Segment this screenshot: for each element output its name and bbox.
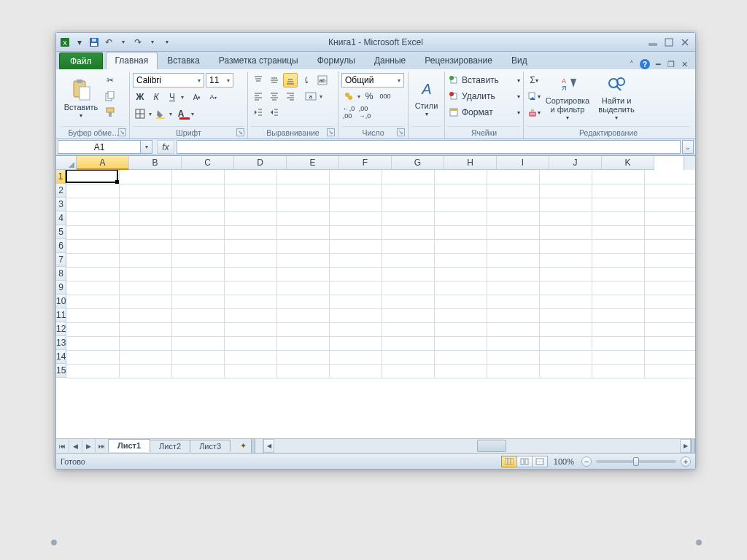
insert-cells-button[interactable]: Вставить▾ — [448, 73, 521, 88]
column-header[interactable]: F — [339, 156, 392, 170]
formula-expand-icon[interactable]: ⌄ — [682, 140, 694, 154]
sheet-nav-first-icon[interactable]: ⏮ — [56, 439, 69, 453]
number-dialog-icon[interactable]: ↘ — [397, 128, 405, 136]
formula-input[interactable] — [177, 140, 681, 154]
row-header[interactable]: 6 — [56, 239, 66, 253]
font-name-select[interactable]: Calibri▾ — [133, 73, 204, 88]
column-header[interactable]: B — [129, 156, 182, 170]
sheet-tab[interactable]: Лист1 — [108, 439, 150, 452]
column-header[interactable]: C — [182, 156, 234, 170]
row-header[interactable]: 4 — [56, 211, 66, 225]
orientation-icon[interactable]: ⤹ — [299, 73, 314, 88]
help-icon[interactable]: ? — [640, 59, 650, 69]
row-header[interactable]: 1 — [56, 170, 66, 184]
view-normal-icon[interactable] — [501, 456, 517, 467]
tab-formulas[interactable]: Формулы — [308, 52, 365, 69]
autosum-icon[interactable]: Σ▾ — [527, 73, 541, 88]
align-left-icon[interactable] — [251, 89, 266, 104]
grow-font-icon[interactable]: A▴ — [190, 90, 204, 104]
row-header[interactable]: 3 — [56, 198, 66, 211]
control-menu-caret[interactable]: ▾ — [74, 36, 85, 48]
clipboard-dialog-icon[interactable]: ↘ — [118, 128, 126, 136]
row-header[interactable]: 10 — [56, 295, 66, 308]
horizontal-scrollbar[interactable]: ◀ ▶ — [263, 439, 691, 453]
copy-icon[interactable] — [103, 89, 117, 104]
redo-caret[interactable]: ▾ — [147, 36, 158, 48]
row-header[interactable]: 5 — [56, 225, 66, 239]
alignment-dialog-icon[interactable]: ↘ — [327, 128, 335, 136]
close-icon[interactable] — [679, 36, 691, 48]
sort-filter-button[interactable]: АЯ Сортировка и фильтр▾ — [543, 73, 592, 124]
zoom-in-icon[interactable]: + — [681, 456, 691, 467]
number-format-select[interactable]: Общий▾ — [341, 73, 404, 88]
clear-icon[interactable]: ▾ — [527, 105, 541, 120]
cut-icon[interactable]: ✂ — [103, 73, 117, 88]
minimize-icon[interactable] — [647, 36, 659, 48]
styles-button[interactable]: A Стили ▾ — [411, 73, 441, 124]
find-select-button[interactable]: Найти и выделить▾ — [594, 73, 639, 124]
row-header[interactable]: 9 — [56, 281, 66, 295]
increase-decimal-icon[interactable]: ←,0,00 — [341, 105, 356, 120]
delete-cells-button[interactable]: Удалить▾ — [448, 89, 521, 104]
select-all-corner[interactable] — [56, 156, 77, 170]
workbook-restore-icon[interactable]: ❐ — [666, 59, 676, 69]
scroll-right-icon[interactable]: ▶ — [680, 439, 691, 453]
column-header[interactable]: H — [444, 156, 497, 170]
align-right-icon[interactable] — [283, 89, 298, 104]
align-bottom-icon[interactable] — [283, 73, 298, 88]
currency-icon[interactable] — [341, 89, 356, 104]
redo-icon[interactable]: ↷ — [132, 36, 144, 48]
scroll-left-icon[interactable]: ◀ — [263, 439, 274, 453]
fill-color-icon[interactable] — [153, 106, 168, 121]
workbook-minimize-icon[interactable]: ━ — [653, 59, 663, 69]
comma-style-icon[interactable]: 000 — [378, 89, 392, 104]
tab-file[interactable]: Файл — [59, 52, 103, 69]
zoom-percent[interactable]: 100% — [554, 457, 574, 466]
undo-caret[interactable]: ▾ — [117, 36, 129, 48]
fill-icon[interactable]: ▾ — [527, 89, 541, 104]
name-box[interactable]: A1 — [58, 140, 141, 154]
tab-insert[interactable]: Вставка — [158, 52, 209, 69]
wrap-text-icon[interactable]: ab — [315, 73, 330, 88]
underline-button[interactable]: Ч — [165, 90, 179, 104]
format-cells-button[interactable]: Формат▾ — [448, 105, 521, 120]
row-header[interactable]: 15 — [56, 364, 66, 378]
column-header[interactable]: D — [234, 156, 287, 170]
borders-icon[interactable] — [133, 106, 147, 121]
tab-data[interactable]: Данные — [365, 52, 415, 69]
fx-button[interactable]: fx — [157, 140, 174, 154]
sheet-nav-last-icon[interactable]: ⏭ — [96, 439, 109, 453]
column-header[interactable]: J — [549, 156, 602, 170]
align-center-icon[interactable] — [267, 89, 282, 104]
name-box-caret[interactable]: ▾ — [141, 140, 152, 154]
sheet-nav-next-icon[interactable]: ▶ — [82, 439, 96, 453]
column-header[interactable]: G — [392, 156, 444, 170]
decrease-indent-icon[interactable] — [251, 105, 266, 120]
decrease-decimal-icon[interactable]: ,00→,0 — [357, 105, 372, 120]
row-header[interactable]: 8 — [56, 267, 66, 281]
qat-customize-caret[interactable]: ▾ — [161, 36, 173, 48]
percent-icon[interactable]: % — [362, 89, 376, 104]
sheet-tab[interactable]: Лист3 — [190, 440, 231, 452]
hscroll-thumb[interactable] — [477, 440, 506, 452]
font-size-select[interactable]: 11▾ — [206, 73, 233, 88]
undo-icon[interactable]: ↶ — [103, 36, 115, 48]
sheet-tab[interactable]: Лист2 — [150, 440, 190, 452]
increase-indent-icon[interactable] — [267, 105, 282, 120]
format-painter-icon[interactable] — [103, 105, 117, 120]
view-page-break-icon[interactable] — [532, 456, 548, 467]
row-header[interactable]: 7 — [56, 253, 66, 267]
view-page-layout-icon[interactable] — [516, 456, 533, 467]
italic-button[interactable]: К — [149, 90, 163, 104]
row-header[interactable]: 13 — [56, 336, 66, 350]
row-header[interactable]: 11 — [56, 308, 66, 322]
save-icon[interactable] — [88, 36, 100, 48]
hscroll-splitter[interactable] — [691, 439, 695, 453]
bold-button[interactable]: Ж — [133, 90, 147, 104]
paste-button[interactable]: Вставить ▾ — [61, 73, 101, 124]
column-header[interactable]: I — [497, 156, 549, 170]
align-top-icon[interactable] — [251, 73, 266, 88]
column-header[interactable]: A — [77, 156, 129, 170]
new-sheet-icon[interactable]: ✦ — [235, 439, 251, 453]
maximize-icon[interactable] — [663, 36, 675, 48]
